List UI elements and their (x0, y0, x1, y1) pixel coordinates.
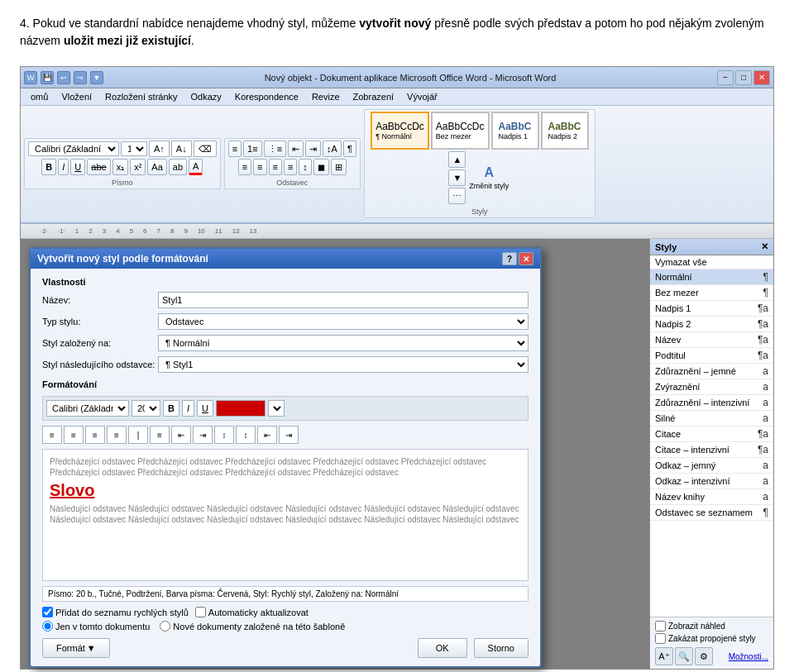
menu-references[interactable]: Odkazy (184, 90, 228, 103)
show-preview-checkbox[interactable] (655, 621, 666, 631)
add-to-list-checkbox[interactable] (42, 607, 53, 617)
style-item-subtle-ref[interactable]: Odkaz – jemný a (650, 458, 773, 474)
show-marks-btn[interactable]: ¶ (343, 141, 356, 157)
style-item-list-para[interactable]: Odstavec se seznamem ¶ (650, 505, 773, 521)
align-left-btn[interactable]: ≡ (42, 426, 62, 444)
styles-scroll-down[interactable]: ▼ (448, 169, 466, 186)
style-item-subtle-em[interactable]: Zdůraznění – jemné a (650, 364, 773, 379)
style-item-heading1[interactable]: Nadpis 1 ¶a (650, 301, 773, 317)
align-right-btn[interactable]: ≡ (269, 159, 282, 175)
format-font-select[interactable]: Calibri (Základní tex (46, 400, 129, 417)
auto-update-checkbox[interactable] (195, 607, 206, 617)
style-item-normal[interactable]: Normální ¶ (650, 269, 773, 285)
style-item-subtitle[interactable]: Podtitul ¶a (650, 348, 773, 364)
border-btn[interactable]: ⊞ (331, 159, 347, 175)
style-item-quote[interactable]: Citace ¶a (650, 427, 773, 442)
quick-access-save[interactable]: 💾 (41, 71, 54, 84)
align-spaceb2-btn[interactable]: ⇥ (279, 426, 299, 444)
subscript-btn[interactable]: x₁ (112, 159, 129, 175)
format-color-select[interactable]: ▼ (268, 400, 285, 417)
align-center-btn[interactable]: ≡ (253, 159, 266, 175)
font-size-select[interactable]: 11 (121, 141, 147, 156)
style-item-strong[interactable]: Silné a (650, 411, 773, 427)
format-italic-btn[interactable]: I (182, 400, 194, 417)
close-button[interactable]: ✕ (753, 70, 770, 85)
style-item-intense-ref[interactable]: Odkaz – intenzivní a (650, 474, 773, 489)
format-color-preview[interactable] (216, 400, 265, 417)
align-space1-btn[interactable]: | (128, 426, 148, 444)
format-underline-btn[interactable]: U (197, 400, 213, 417)
highlight-btn[interactable]: ab (169, 159, 187, 175)
style-heading2[interactable]: AaBbC Nadpis 2 (541, 112, 589, 150)
menu-insert[interactable]: Vložení (55, 90, 98, 103)
disable-linked-checkbox[interactable] (655, 633, 666, 644)
line-spacing-btn[interactable]: ↕ (299, 159, 312, 175)
styles-scroll-up[interactable]: ▲ (448, 151, 466, 168)
style-item-title[interactable]: Název ¶a (650, 332, 773, 348)
new-style-btn[interactable]: A⁺ (655, 647, 673, 665)
menu-page-layout[interactable]: Rozložení stránky (98, 90, 184, 103)
type-select[interactable]: Odstavec (158, 313, 529, 330)
format-bold-btn[interactable]: B (163, 400, 179, 417)
case-btn[interactable]: Aa (147, 159, 166, 175)
based-on-select[interactable]: ¶ Normální (158, 335, 529, 351)
align-space2-btn[interactable]: ≡ (150, 426, 170, 444)
align-center-btn[interactable]: ≡ (64, 426, 84, 444)
sort-btn[interactable]: ↕A (323, 141, 342, 157)
styles-panel-close[interactable]: ✕ (761, 241, 768, 252)
strikethrough-btn[interactable]: abe (87, 159, 110, 175)
next-style-select[interactable]: ¶ Styl1 (158, 356, 529, 373)
align-justify-btn[interactable]: ≡ (107, 426, 127, 444)
underline-btn[interactable]: U (70, 159, 85, 175)
ok-btn[interactable]: OK (418, 638, 467, 658)
bold-btn[interactable]: B (41, 159, 56, 175)
align-justify-btn[interactable]: ≡ (284, 159, 297, 175)
align-linespace1-btn[interactable]: ↕ (214, 426, 234, 444)
align-spaceb1-btn[interactable]: ⇤ (257, 426, 277, 444)
shading-btn[interactable]: ◼ (313, 159, 329, 175)
align-right-btn[interactable]: ≡ (85, 426, 105, 444)
list-number-btn[interactable]: 1≡ (243, 141, 262, 157)
format-size-select[interactable]: 20 (132, 400, 160, 417)
align-left-btn[interactable]: ≡ (238, 159, 251, 175)
style-item-no-spacing[interactable]: Bez mezer ¶ (650, 285, 773, 301)
inspect-style-btn[interactable]: 🔍 (675, 647, 693, 665)
style-item-emphasis[interactable]: Zvýraznění a (650, 379, 773, 395)
list-multilevel-btn[interactable]: ⋮≡ (264, 141, 286, 157)
style-no-spacing[interactable]: AaBbCcDc Bez mezer (431, 112, 490, 150)
format-btn[interactable]: Formát ▼ (42, 638, 110, 658)
menu-review[interactable]: Revize (305, 90, 347, 103)
menu-mailings[interactable]: Korespondence (228, 90, 305, 103)
change-styles-label[interactable]: Změnit styly (469, 182, 509, 190)
minimize-button[interactable]: − (717, 70, 734, 85)
italic-btn[interactable]: I (58, 159, 69, 175)
style-normal[interactable]: AaBbCcDc ¶ Normální (371, 112, 429, 150)
menu-home[interactable]: omů (24, 90, 55, 103)
quick-access-more[interactable]: ▼ (90, 71, 103, 84)
indent-decrease-btn[interactable]: ⇤ (288, 141, 304, 157)
style-item-book-title[interactable]: Název knihy a (650, 489, 773, 505)
align-indent1-btn[interactable]: ⇤ (171, 426, 191, 444)
align-indent2-btn[interactable]: ⇥ (193, 426, 213, 444)
menu-view[interactable]: Zobrazení (347, 90, 401, 103)
style-item-intense-em[interactable]: Zdůraznění – intenzivní a (650, 395, 773, 411)
style-item-clear-all[interactable]: Vymazat vše (650, 255, 773, 269)
font-grow-btn[interactable]: A↑ (149, 141, 170, 157)
name-input[interactable] (158, 292, 529, 308)
quick-access-redo[interactable]: ↪ (74, 71, 87, 84)
manage-styles-btn[interactable]: ⚙ (695, 647, 713, 665)
cancel-btn[interactable]: Storno (474, 638, 529, 658)
quick-access-undo[interactable]: ↩ (57, 71, 70, 84)
menu-developer[interactable]: Vývojář (400, 90, 444, 103)
style-item-heading2[interactable]: Nadpis 2 ¶a (650, 317, 773, 332)
this-doc-radio[interactable] (42, 621, 53, 631)
new-template-radio[interactable] (160, 621, 170, 631)
dialog-close-btn[interactable]: ✕ (519, 252, 533, 265)
indent-increase-btn[interactable]: ⇥ (305, 141, 321, 157)
maximize-button[interactable]: □ (735, 70, 752, 85)
font-shrink-btn[interactable]: A↓ (171, 141, 192, 157)
styles-more[interactable]: ⋯ (448, 188, 466, 204)
options-link[interactable]: Možnosti... (729, 652, 768, 661)
clear-format-btn[interactable]: ⌫ (194, 141, 217, 157)
superscript-btn[interactable]: x² (130, 159, 146, 175)
